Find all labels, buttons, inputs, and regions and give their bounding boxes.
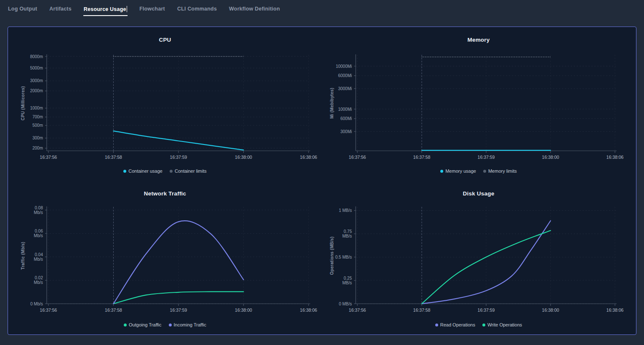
legend-label: Read Operations (440, 322, 475, 327)
svg-text:16:37:56: 16:37:56 (40, 308, 57, 313)
x-axis-labels: 16:37:5616:37:5816:37:5916:38:0016:38:06 (40, 308, 317, 313)
svg-text:3000Mi: 3000Mi (338, 86, 352, 91)
y-axis-title: Mi (Mebibytes) (330, 88, 334, 119)
network-traffic-plot: 0.08Mb/s0.06Mb/s0.04Mb/s0.02Mb/s0 Mb/s16… (8, 181, 322, 335)
tab-cli-commands[interactable]: CLI Commands (177, 0, 217, 16)
cpu-plot: 8000m5000m3000m2000m1000m700m500m300m200… (8, 27, 322, 181)
legend-item-outgoing-traffic[interactable]: Outgoing Traffic (124, 322, 161, 327)
svg-text:1000Mi: 1000Mi (338, 107, 352, 112)
legend-label: Write Operations (487, 322, 522, 327)
tab-log-output[interactable]: Log Output (8, 0, 37, 16)
y-axis-labels: 0.08Mb/s0.06Mb/s0.04Mb/s0.02Mb/s0 Mb/s (30, 206, 43, 306)
svg-text:0.06Mb/s: 0.06Mb/s (34, 229, 43, 238)
disk-usage-legend: Read OperationsWrite Operations (322, 322, 636, 327)
tab-label: Workflow Definition (229, 6, 280, 12)
svg-text:10000Mi: 10000Mi (336, 64, 352, 69)
legend-dot (483, 170, 486, 173)
svg-text:0 MB/s: 0 MB/s (339, 302, 352, 306)
axes (45, 206, 310, 306)
legend-dot (169, 324, 172, 326)
y-axis-labels: 10000Mi6000Mi3000Mi1000Mi600Mi300Mi (336, 64, 352, 134)
svg-text:6000Mi: 6000Mi (338, 73, 352, 78)
legend-dot (440, 170, 443, 173)
svg-text:0.08Mb/s: 0.08Mb/s (34, 206, 43, 215)
svg-text:16:37:56: 16:37:56 (40, 155, 57, 160)
vertical-gridlines (357, 207, 615, 304)
memory-legend: Memory usageMemory limits (322, 168, 636, 174)
tab-label: CLI Commands (177, 6, 217, 12)
series-line-read-operations (422, 221, 551, 304)
legend-item-container-limits[interactable]: Container limits (170, 168, 207, 174)
legend-label: Container limits (175, 168, 207, 174)
svg-text:16:38:06: 16:38:06 (300, 308, 317, 313)
legend-label: Outgoing Traffic (129, 322, 161, 327)
x-axis-labels: 16:37:5616:37:5816:37:5916:38:0016:38:06 (40, 155, 317, 160)
x-axis-labels: 16:37:5616:37:5816:37:5916:38:0016:38:06 (349, 308, 624, 313)
network-traffic-legend: Outgoing TrafficIncoming Traffic (8, 322, 322, 327)
legend-label: Memory usage (445, 168, 476, 174)
legend-dot (482, 324, 485, 326)
horizontal-gridlines (47, 56, 309, 148)
y-axis-labels: 1 MB/s0.75MB/s0.5 MB/s0.25MB/s0 MB/s (335, 208, 352, 306)
legend-item-write-operations[interactable]: Write Operations (482, 322, 522, 327)
cpu-chart: CPU 8000m5000m3000m2000m1000m700m500m300… (8, 27, 322, 181)
disk-usage-chart: Disk Usage 1 MB/s0.75MB/s0.5 MB/s0.25MB/… (322, 181, 636, 335)
text-cursor (127, 6, 128, 12)
tab-label: Log Output (8, 6, 37, 12)
tab-workflow-definition[interactable]: Workflow Definition (229, 0, 280, 16)
svg-text:1000m: 1000m (30, 106, 43, 110)
tab-bar: Log OutputArtifactsResource UsageFlowcha… (8, 0, 280, 20)
tab-label: Resource Usage (84, 6, 126, 12)
legend-dot (170, 170, 173, 173)
svg-text:16:37:58: 16:37:58 (413, 308, 431, 313)
y-axis-title: CPU (Millicores) (21, 86, 25, 120)
legend-item-container-usage[interactable]: Container usage (123, 168, 162, 174)
disk-usage-plot: 1 MB/s0.75MB/s0.5 MB/s0.25MB/s0 MB/s16:3… (322, 181, 636, 335)
tab-artifacts[interactable]: Artifacts (49, 0, 72, 16)
legend-dot (435, 324, 438, 326)
legend-dot (124, 324, 127, 326)
svg-text:700m: 700m (32, 115, 43, 119)
legend-item-memory-limits[interactable]: Memory limits (483, 168, 517, 174)
svg-text:16:38:00: 16:38:00 (542, 155, 559, 160)
tab-label: Artifacts (49, 6, 72, 12)
horizontal-gridlines (47, 210, 309, 304)
legend-item-read-operations[interactable]: Read Operations (435, 322, 475, 327)
horizontal-gridlines (356, 66, 616, 131)
legend-item-memory-usage[interactable]: Memory usage (440, 168, 476, 174)
legend-label: Incoming Traffic (174, 322, 206, 327)
legend-item-incoming-traffic[interactable]: Incoming Traffic (169, 322, 206, 327)
svg-text:16:37:58: 16:37:58 (105, 155, 122, 160)
vertical-gridlines (357, 55, 615, 151)
vertical-gridlines (48, 55, 309, 151)
legend-label: Container usage (128, 168, 162, 174)
memory-plot: 10000Mi6000Mi3000Mi1000Mi600Mi300Mi16:37… (322, 27, 636, 181)
svg-text:300Mi: 300Mi (341, 129, 352, 134)
svg-text:16:38:06: 16:38:06 (607, 155, 624, 160)
y-axis-title: Traffic (Mb/s) (21, 242, 25, 270)
svg-text:16:38:06: 16:38:06 (607, 308, 624, 313)
svg-text:16:37:59: 16:37:59 (170, 308, 187, 313)
svg-text:0.04Mb/s: 0.04Mb/s (34, 252, 43, 262)
svg-text:16:38:00: 16:38:00 (235, 155, 252, 160)
network-traffic-chart: Network Traffic 0.08Mb/s0.06Mb/s0.04Mb/s… (8, 181, 322, 335)
svg-text:200m: 200m (32, 146, 43, 150)
svg-text:16:38:00: 16:38:00 (235, 308, 252, 313)
resource-usage-panel: CPU 8000m5000m3000m2000m1000m700m500m300… (8, 27, 636, 335)
cpu-legend: Container usageContainer limits (8, 168, 322, 174)
legend-label: Memory limits (488, 168, 517, 174)
svg-text:16:37:59: 16:37:59 (170, 155, 187, 160)
memory-chart: Memory 10000Mi6000Mi3000Mi1000Mi600Mi300… (322, 27, 636, 181)
svg-text:0 Mb/s: 0 Mb/s (30, 302, 43, 306)
svg-text:16:37:59: 16:37:59 (478, 308, 495, 313)
tab-resource-usage[interactable]: Resource Usage (83, 0, 128, 16)
x-axis-labels: 16:37:5616:37:5816:37:5916:38:0016:38:06 (349, 155, 624, 160)
svg-text:3000m: 3000m (30, 78, 43, 83)
svg-text:0.25MB/s: 0.25MB/s (342, 276, 352, 285)
svg-text:8000m: 8000m (30, 54, 43, 59)
axes (354, 54, 617, 153)
tab-flowchart[interactable]: Flowchart (139, 0, 165, 16)
svg-text:16:38:00: 16:38:00 (542, 308, 559, 313)
svg-text:16:37:58: 16:37:58 (413, 155, 431, 160)
svg-text:5000m: 5000m (30, 66, 43, 70)
